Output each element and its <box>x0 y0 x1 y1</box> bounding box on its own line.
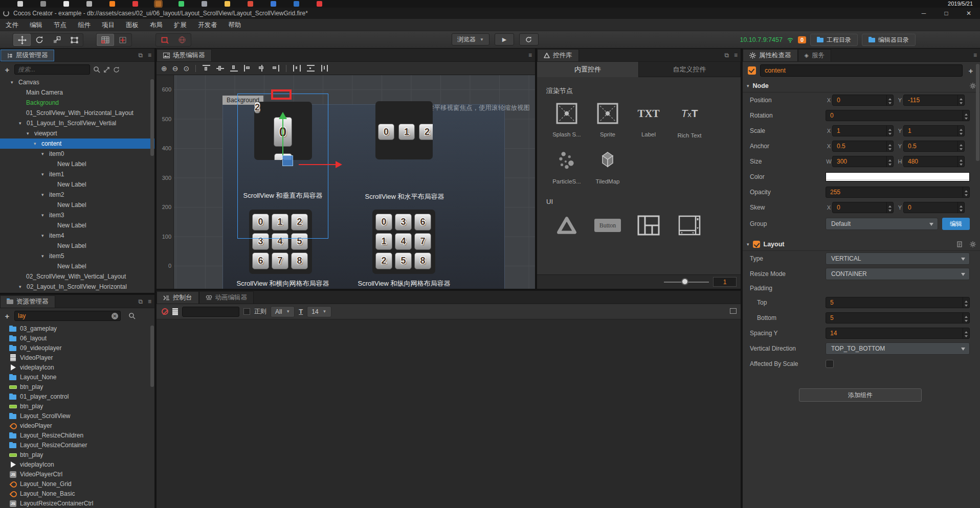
panel-menu-icon[interactable]: ≡ <box>734 52 738 59</box>
taskbar-app-icon[interactable] <box>225 1 230 7</box>
taskbar-app-icon[interactable] <box>40 1 46 7</box>
stepper-down[interactable] <box>963 333 969 338</box>
asset-row[interactable]: btn_play <box>0 450 154 459</box>
origin-handle-gizmo[interactable] <box>282 155 293 166</box>
add-asset-button[interactable]: + <box>3 312 11 320</box>
menu-item[interactable]: 扩展 <box>168 19 192 31</box>
zoom-reset-icon[interactable]: ⊙ <box>182 64 191 73</box>
align-vcenter-icon[interactable] <box>216 65 224 72</box>
taskbar-app-icon[interactable] <box>202 1 207 7</box>
tab-services[interactable]: ◈ 服务 <box>798 49 831 61</box>
assets-scrollbar[interactable] <box>150 326 154 387</box>
scene-viewport[interactable]: 6005004003002001000 -1000100200300400500… <box>157 75 535 289</box>
search-icon[interactable] <box>128 312 136 319</box>
menu-item[interactable]: 布局 <box>144 19 168 31</box>
taskbar-app-icon[interactable] <box>179 1 184 7</box>
tree-row[interactable]: Main Camera <box>0 87 154 98</box>
panel-menu-icon[interactable]: ≡ <box>973 52 977 59</box>
panel-dock-icon[interactable]: ⧉ <box>724 52 729 59</box>
asset-row[interactable]: VideoPlayerCtrl <box>0 469 154 479</box>
position-y-input[interactable]: -115 <box>903 95 965 106</box>
preview-target-dropdown[interactable]: 浏览器▼ <box>452 33 489 45</box>
y-axis-gizmo[interactable] <box>282 116 283 155</box>
tree-row[interactable]: ▾ item0 <box>0 149 154 159</box>
taskbar-app-icon[interactable] <box>317 1 322 7</box>
tab-control-library[interactable]: 控件库 <box>537 49 579 61</box>
layout-section-header[interactable]: ▾ Layout <box>743 238 980 251</box>
affected-by-scale-checkbox[interactable] <box>826 360 834 368</box>
stepper-down[interactable] <box>963 192 969 197</box>
library-item-scrollview[interactable] <box>669 215 710 236</box>
stepper-up[interactable] <box>887 156 893 161</box>
tab-inspector[interactable]: 属性检查器 <box>743 49 798 61</box>
anchor-rect-gizmo[interactable] <box>271 89 292 100</box>
anchor-x-input[interactable]: 0.5 <box>832 141 894 152</box>
tab-hierarchy[interactable]: 层级管理器 <box>0 49 55 61</box>
menu-item[interactable]: 节点 <box>48 19 72 31</box>
console-output-area[interactable] <box>157 319 741 508</box>
stepper-up[interactable] <box>963 313 969 318</box>
chevron-down-icon[interactable]: ▾ <box>34 141 41 146</box>
chevron-down-icon[interactable]: ▾ <box>41 172 49 177</box>
tree-row[interactable]: New Label <box>0 159 154 169</box>
grid-snap-button[interactable] <box>97 34 114 46</box>
rotation-input[interactable]: 0 <box>826 110 970 121</box>
menu-item[interactable]: 帮助 <box>223 19 247 31</box>
refresh-button[interactable] <box>519 33 539 45</box>
clear-search-icon[interactable]: ✕ <box>112 313 118 319</box>
add-button[interactable]: + <box>967 66 975 75</box>
chevron-down-icon[interactable]: ▾ <box>41 151 49 156</box>
stepper-up[interactable] <box>887 202 893 207</box>
rotate-tool-button[interactable] <box>31 34 48 46</box>
chevron-down-icon[interactable]: ▾ <box>19 284 27 289</box>
add-node-button[interactable]: + <box>3 65 11 74</box>
stepper-up[interactable] <box>958 202 964 207</box>
node-name-input[interactable] <box>760 64 963 77</box>
scene-rect-button[interactable] <box>156 34 173 46</box>
asset-row[interactable]: Layout_ResizeChildren <box>0 430 154 440</box>
asset-row[interactable]: btn_play <box>0 401 154 411</box>
taskbar-app-icon[interactable] <box>63 1 69 7</box>
tab-scene-editor[interactable]: 场景编辑器 <box>157 49 212 61</box>
regex-checkbox[interactable] <box>243 308 250 315</box>
anchor-y-input[interactable]: 0.5 <box>903 141 965 152</box>
size-h-input[interactable]: 480 <box>903 156 965 167</box>
align-bottom-icon[interactable] <box>230 65 238 72</box>
menu-item[interactable]: 组件 <box>72 19 96 31</box>
chevron-down-icon[interactable]: ▾ <box>41 192 49 197</box>
open-project-dir-button[interactable]: 工程目录 <box>810 34 858 46</box>
tree-row[interactable]: ▾ viewport <box>0 128 154 138</box>
asset-row[interactable]: btn_play <box>0 382 154 391</box>
stepper-down[interactable] <box>963 318 969 323</box>
vertical-direction-dropdown[interactable]: TOP_TO_BOTTOM <box>826 342 970 355</box>
taskbar-app-icon[interactable] <box>271 1 276 7</box>
x-axis-gizmo[interactable] <box>299 164 336 165</box>
stepper-down[interactable] <box>958 146 964 151</box>
library-item-canvas[interactable] <box>546 215 587 236</box>
tree-row[interactable]: New Label <box>0 200 154 210</box>
open-log-icon[interactable] <box>172 308 178 315</box>
stepper-up[interactable] <box>963 110 969 116</box>
scale-tool-button[interactable] <box>48 34 65 46</box>
panel-dock-icon[interactable]: ⧉ <box>138 52 143 59</box>
padding-top-input[interactable]: 5 <box>826 297 970 308</box>
library-item-tiledmap[interactable]: TiledMap <box>587 150 628 184</box>
search-icon[interactable] <box>93 66 100 73</box>
tab-custom-controls[interactable]: 自定义控件 <box>638 62 741 77</box>
chevron-down-icon[interactable]: ▾ <box>11 80 18 85</box>
scene-3d-button[interactable] <box>173 34 191 46</box>
taskbar-app-icon[interactable] <box>109 1 115 7</box>
asset-row[interactable]: videoPlayer <box>0 421 154 430</box>
node-active-checkbox[interactable] <box>748 66 756 75</box>
assets-search-input[interactable] <box>14 311 121 321</box>
panel-dock-icon[interactable]: ⧉ <box>138 298 143 305</box>
tree-row[interactable]: New Label <box>0 179 154 190</box>
edit-group-button[interactable]: 编辑 <box>942 218 970 230</box>
chevron-down-icon[interactable]: ▾ <box>19 121 27 126</box>
stepper-down[interactable] <box>887 161 893 167</box>
distribute-vertical-icon[interactable] <box>307 65 315 72</box>
asset-row[interactable]: Layout_ResizeContainer <box>0 440 154 450</box>
stepper-up[interactable] <box>887 95 893 100</box>
resize-mode-dropdown[interactable]: CONTAINER <box>826 268 970 280</box>
align-hcenter-icon[interactable] <box>258 65 265 72</box>
